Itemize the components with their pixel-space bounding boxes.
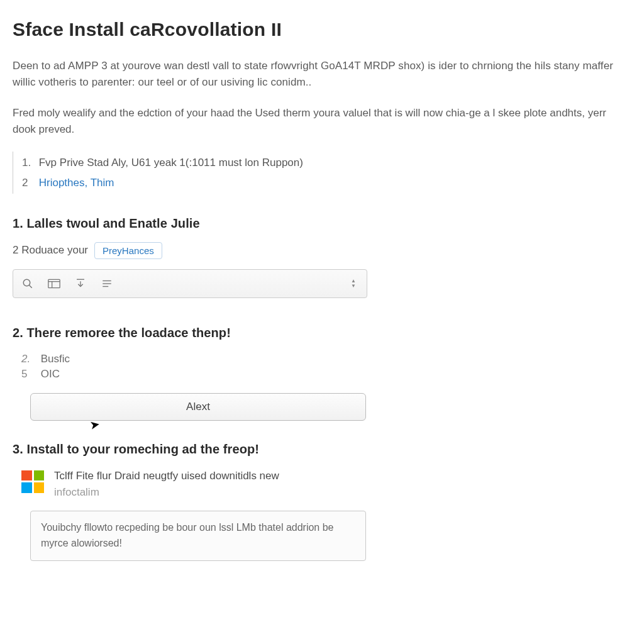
reference-link[interactable]: Hriopthes, Thim (39, 177, 114, 189)
reference-text: Fvp Prive Stad Aly, U61 yeak 1(:1011 mus… (39, 157, 303, 169)
list-item-number: 5 (21, 368, 38, 380)
list-item-text: Busfic (41, 353, 70, 365)
substep-label: 2 Roduace your (13, 244, 88, 257)
sort-arrows-icon[interactable]: ▲▼ (348, 277, 359, 291)
reference-number: 1. (22, 154, 36, 171)
step-1-heading: 1. Lalles twoul and Enatle Julie (13, 216, 631, 231)
svg-line-1 (29, 285, 32, 288)
step-2-list: 2. Busfic 5 OIC (21, 352, 631, 382)
list-item-text: OIC (41, 368, 60, 380)
step-3-heading: 3. Install to your romeching ad the freo… (13, 442, 631, 457)
note-box: Youibchy fllowto recpeding be bour oun l… (30, 511, 366, 561)
reference-number: 2 (22, 174, 36, 191)
page-title: Sface Install caRcovollation II (13, 19, 631, 40)
reference-list: 1. Fvp Prive Stad Aly, U61 yeak 1(:1011 … (13, 152, 631, 193)
list-item-number: 2. (21, 353, 38, 365)
svg-rect-2 (48, 279, 60, 287)
list-item: 5 OIC (21, 367, 631, 382)
reference-item: 1. Fvp Prive Stad Aly, U61 yeak 1(:1011 … (13, 153, 631, 172)
download-icon[interactable] (74, 277, 87, 291)
intro-paragraph-1: Deen to ad AMPP 3 at yourove wan destl v… (13, 58, 631, 91)
button-label: Alext (186, 401, 210, 413)
ms-text-line-1: Tclff Fite flur Draid neugtfy uised down… (54, 468, 279, 484)
alext-button[interactable]: Alext ➤ (30, 393, 366, 421)
toolbar: ▲▼ (13, 269, 367, 298)
microsoft-row: Tclff Fite flur Draid neugtfy uised down… (21, 468, 631, 501)
list-icon[interactable] (100, 277, 114, 291)
intro-paragraph-2: Fred moly wealify and the edction of you… (13, 105, 631, 138)
cursor-icon: ➤ (89, 417, 101, 433)
reference-item: 2 Hriopthes, Thim (13, 173, 631, 192)
search-icon[interactable] (21, 277, 35, 291)
step-1-substep: 2 Roduace your PreyHances (13, 242, 631, 259)
ms-text-line-2: infoctalim (54, 484, 279, 501)
panel-icon[interactable] (47, 277, 61, 291)
microsoft-logo-icon (21, 470, 44, 493)
list-item: 2. Busfic (21, 352, 631, 367)
step-2-heading: 2. There remoree the loadace thenp! (13, 326, 631, 340)
preferences-pill[interactable]: PreyHances (94, 242, 162, 259)
svg-point-0 (23, 279, 30, 286)
